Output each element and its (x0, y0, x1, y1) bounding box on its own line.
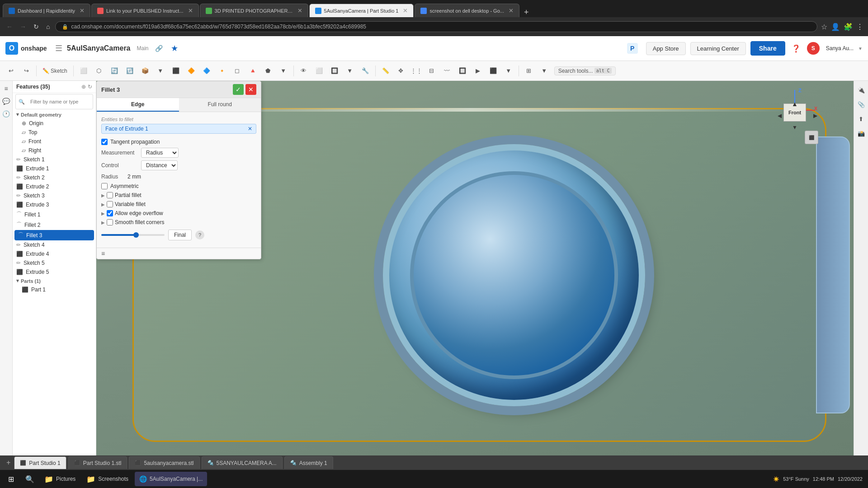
search-button[interactable]: 🔍 (22, 475, 38, 483)
feature-tree-refresh[interactable]: ↻ (88, 84, 92, 90)
app-tab-assembly-2[interactable]: 🔩 Assembly 1 (284, 456, 333, 469)
hamburger-menu[interactable]: ☰ (55, 43, 62, 53)
part1-item[interactable]: ⬛ Part 1 (13, 285, 96, 294)
notification-badge[interactable]: P (627, 43, 638, 54)
link-icon[interactable]: 🔗 (155, 45, 163, 52)
final-button[interactable]: Final (168, 230, 192, 240)
sketch3-item[interactable]: ✏ Sketch 3 (13, 191, 96, 200)
tab-edge[interactable]: Edge (97, 98, 179, 112)
tool-btn-5[interactable]: 📦 (138, 64, 152, 78)
redo-button[interactable]: ↪ (19, 64, 33, 78)
bookmark-button[interactable]: ☆ (821, 23, 827, 31)
right-panel-btn-2[interactable]: 📎 (856, 99, 867, 110)
tool-btn-10[interactable]: 🔸 (215, 64, 229, 78)
feature-tree-config[interactable]: ⊕ (81, 84, 86, 90)
parts-group[interactable]: ▾ Parts (1) (13, 277, 96, 285)
back-button[interactable]: ← (5, 22, 14, 31)
tool-btn-7[interactable]: ⬛ (169, 64, 183, 78)
control-select[interactable]: Distance Angle (141, 160, 178, 170)
right-panel-btn-1[interactable]: 🔌 (856, 84, 867, 95)
sketch2-item[interactable]: ✏ Sketch 2 (13, 173, 96, 182)
app-tab-part-studio-1[interactable]: ⬛ Part Studio 1 (14, 456, 66, 469)
variable-fillet-checkbox[interactable] (107, 201, 113, 207)
tab-full-round[interactable]: Full round (179, 98, 261, 112)
view-btn-2[interactable]: ⬜ (312, 64, 326, 78)
extrude4-item[interactable]: ⬛ Extrude 4 (13, 249, 96, 258)
tool-btn-13[interactable]: ⬟ (261, 64, 275, 78)
simulation-btn[interactable]: ▶ (471, 64, 485, 78)
fillet3-item[interactable]: ⌒ Fillet 3 (14, 230, 94, 240)
measurement-select[interactable]: Radius Diameter (141, 148, 179, 158)
tab-close-4[interactable]: ✕ (403, 7, 408, 14)
gizmo-right-arrow[interactable]: ▶ (813, 113, 817, 119)
forward-button[interactable]: → (18, 22, 28, 31)
taskbar-browser[interactable]: 🌐 5AulSanyaCamera |... (135, 472, 207, 486)
address-bar[interactable]: 🔒 cad.onshape.com/documents/f019a63df68c… (55, 21, 817, 32)
tool-btn-8[interactable]: 🔶 (184, 64, 198, 78)
radius-value[interactable]: 2 mm (127, 174, 141, 180)
mirror-btn[interactable]: ⊟ (425, 64, 439, 78)
more-button[interactable]: ⋮ (856, 23, 863, 31)
tool-btn-1[interactable]: ⬜ (76, 64, 91, 78)
sketch-tool[interactable]: ✏️ Sketch (39, 65, 71, 77)
partial-fillet-row[interactable]: ▶ Partial fillet (101, 191, 256, 200)
allow-edge-overflow-row[interactable]: ▶ Allow edge overflow (101, 209, 256, 218)
share-button[interactable]: Share (750, 41, 785, 56)
dialog-help-button[interactable]: ? (195, 230, 204, 239)
extrude5-item[interactable]: ⬛ Extrude 5 (13, 267, 96, 277)
browser-tab-1[interactable]: Dashboard | RapidIdentity ✕ (3, 4, 90, 17)
partial-fillet-checkbox[interactable] (107, 192, 113, 198)
dialog-ok-button[interactable]: ✓ (233, 84, 244, 95)
extra-btn2[interactable]: ▼ (501, 64, 516, 78)
tool-btn-14[interactable]: ▼ (276, 64, 291, 78)
view-btn-1[interactable]: 👁 (297, 64, 311, 78)
extrude3-item[interactable]: ⬛ Extrude 3 (13, 200, 96, 209)
surface-btn[interactable]: 🔲 (455, 64, 470, 78)
app-store-button[interactable]: App Store (646, 42, 686, 55)
top-plane-item[interactable]: ▱ Top (13, 128, 96, 137)
origin-item[interactable]: ⊕ Origin (13, 119, 96, 128)
curve-btn[interactable]: 〰 (440, 64, 454, 78)
smooth-fillet-row[interactable]: ▶ Smooth fillet corners (101, 218, 256, 227)
fillet-slider[interactable] (101, 234, 165, 236)
front-plane-item[interactable]: ▱ Front (13, 137, 96, 146)
tab-close-2[interactable]: ✕ (188, 7, 193, 14)
variable-fillet-row[interactable]: ▶ Variable fillet (101, 200, 256, 209)
extra-btn[interactable]: ⬛ (486, 64, 500, 78)
tab-close-3[interactable]: ✕ (297, 7, 302, 14)
tab-close-1[interactable]: ✕ (80, 7, 85, 14)
gizmo-left-arrow[interactable]: ◀ (778, 113, 782, 119)
tangent-propagation-checkbox[interactable] (101, 139, 108, 145)
right-panel-btn-4[interactable]: 📸 (856, 128, 867, 139)
transform-btn[interactable]: ✥ (394, 64, 408, 78)
tool-btn-2[interactable]: ⬡ (92, 64, 106, 78)
browser-tab-2[interactable]: Link to your PUBLISHED Instruct... ✕ (91, 4, 199, 17)
tool-btn-9[interactable]: 🔷 (199, 64, 214, 78)
new-tab-button[interactable]: + (520, 8, 533, 17)
help-button[interactable]: ❓ (790, 42, 802, 55)
user-dropdown-arrow[interactable]: ▼ (858, 46, 863, 51)
app-tab-assembly-1[interactable]: 🔩 5SANYAULCAMERA A... (202, 456, 283, 469)
asymmetric-checkbox[interactable] (101, 183, 108, 189)
extrude2-item[interactable]: ⬛ Extrude 2 (13, 182, 96, 191)
browser-tab-5[interactable]: screenshot on dell desktop - Go... ✕ (415, 4, 519, 17)
history-icon[interactable]: 🕐 (1, 109, 11, 119)
tool-btn-11[interactable]: ◻ (230, 64, 245, 78)
app-tab-stl-1[interactable]: ⬛ Part Studio 1.stl (68, 456, 127, 469)
tool-btn-6[interactable]: ▼ (153, 64, 168, 78)
list-view-icon[interactable]: ≡ (101, 250, 105, 257)
notes-icon[interactable]: 💬 (1, 96, 11, 106)
sketch4-item[interactable]: ✏ Sketch 4 (13, 240, 96, 249)
sketch1-item[interactable]: ✏ Sketch 1 (13, 155, 96, 164)
undo-button[interactable]: ↩ (4, 64, 18, 78)
more-tools-btn[interactable]: ▼ (537, 64, 552, 78)
dialog-cancel-button[interactable]: ✕ (245, 84, 256, 95)
grid-btn[interactable]: ⊞ (522, 64, 536, 78)
view-btn-3[interactable]: 🔲 (327, 64, 342, 78)
features-icon[interactable]: ≡ (1, 84, 11, 94)
tab-close-5[interactable]: ✕ (509, 7, 514, 14)
taskbar-pictures[interactable]: 📁 Pictures (40, 472, 80, 486)
start-button[interactable]: ⊞ (2, 471, 20, 487)
extensions-button[interactable]: 🧩 (844, 23, 853, 31)
tool-btn-12[interactable]: 🔺 (245, 64, 260, 78)
